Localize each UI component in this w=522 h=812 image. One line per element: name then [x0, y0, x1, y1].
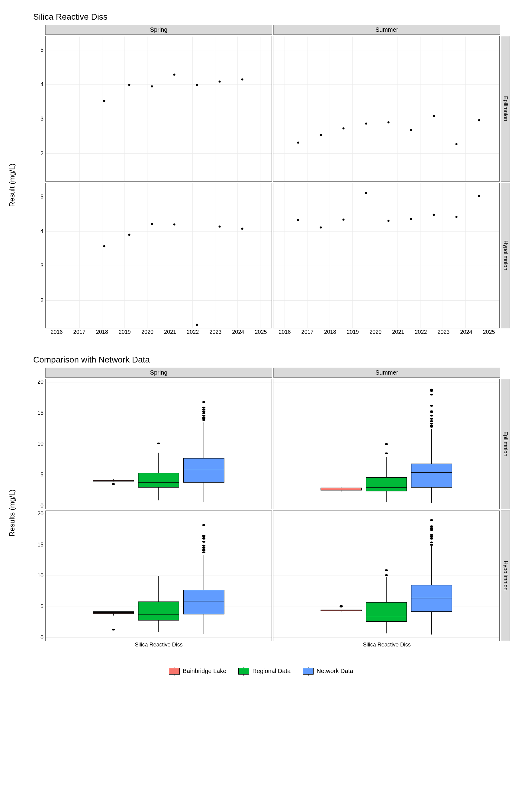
scatter-panel [45, 36, 272, 182]
data-point [103, 100, 105, 102]
legend-item-regional: Regional Data [238, 668, 290, 674]
data-point [218, 80, 221, 82]
svg-point-81 [202, 408, 205, 410]
data-point [410, 218, 412, 220]
svg-point-78 [202, 415, 205, 417]
legend-label: Regional Data [252, 668, 290, 674]
chart1-col-strips: Spring Summer [33, 25, 510, 35]
svg-point-165 [430, 541, 433, 543]
data-point [455, 143, 457, 145]
svg-point-106 [430, 420, 433, 422]
svg-point-114 [430, 389, 433, 391]
chart2-col-strips: Spring Summer [33, 368, 510, 378]
boxplot-panel [45, 510, 272, 641]
data-point [320, 227, 322, 229]
svg-point-136 [202, 546, 205, 548]
col-strip-summer: Summer [274, 25, 500, 35]
chart2-title: Comparison with Network Data [33, 355, 510, 365]
svg-point-167 [430, 536, 433, 538]
scatter-panel [273, 183, 500, 328]
col-strip-spring2: Spring [45, 368, 272, 378]
svg-point-65 [112, 483, 115, 485]
scatter-panel [273, 36, 500, 182]
data-point [410, 129, 412, 131]
svg-point-110 [430, 410, 433, 412]
svg-point-135 [202, 548, 205, 550]
data-point [103, 245, 105, 247]
svg-point-172 [430, 519, 433, 521]
col-strip-spring: Spring [45, 25, 272, 35]
data-point [455, 216, 457, 218]
boxplot-panel [45, 379, 272, 509]
svg-point-141 [202, 535, 205, 536]
svg-point-111 [430, 405, 433, 407]
svg-point-82 [202, 407, 205, 408]
svg-rect-68 [138, 473, 179, 487]
svg-point-139 [202, 538, 205, 540]
svg-rect-127 [138, 602, 179, 620]
row-strip-label: Hypolimnion [502, 561, 509, 591]
row-strip-label: Epilimnion [502, 96, 509, 121]
col-strip-summer2: Summer [274, 368, 500, 378]
data-point [297, 142, 299, 144]
boxplot-panel [273, 379, 500, 509]
data-point [218, 226, 221, 228]
row-strip-label: Hypolimnion [502, 241, 509, 270]
svg-rect-162 [411, 585, 452, 612]
scatter-panel [45, 183, 272, 328]
svg-point-124 [112, 629, 115, 630]
data-point [342, 219, 344, 221]
legend: Bainbridge Lake Regional Data Network Da… [12, 668, 510, 674]
svg-point-108 [430, 415, 433, 417]
svg-point-79 [202, 412, 205, 414]
svg-point-137 [202, 545, 205, 546]
svg-point-169 [430, 529, 433, 531]
data-point [196, 84, 198, 86]
svg-rect-101 [411, 464, 452, 488]
legend-label: Bainbridge Lake [183, 668, 226, 674]
svg-point-158 [385, 574, 388, 576]
boxplot-panel [273, 510, 500, 641]
data-point [320, 134, 322, 136]
data-point [196, 324, 198, 326]
row-strip-label: Epilimnion [502, 431, 509, 456]
svg-point-97 [385, 452, 388, 454]
svg-point-164 [430, 544, 433, 546]
svg-point-112 [430, 393, 433, 395]
svg-rect-95 [366, 478, 407, 491]
chart1-grid: Result (mg/L) Spring Summer 2345Epilimni… [12, 25, 510, 337]
svg-rect-156 [366, 602, 407, 622]
svg-point-107 [430, 418, 433, 420]
svg-point-153 [340, 606, 343, 608]
data-point [433, 214, 435, 216]
svg-point-70 [157, 443, 160, 444]
data-point [174, 74, 176, 76]
svg-point-138 [202, 541, 205, 543]
data-point [128, 84, 130, 86]
svg-rect-131 [183, 590, 224, 614]
legend-item-network: Network Data [303, 668, 353, 674]
svg-point-83 [202, 401, 205, 403]
data-point [297, 219, 299, 221]
data-point [241, 78, 243, 80]
svg-point-98 [385, 443, 388, 445]
svg-point-171 [430, 525, 433, 527]
chart2-grid: Results (mg/L) Spring Summer 05101520Epi… [12, 368, 510, 649]
svg-point-80 [202, 410, 205, 412]
svg-point-105 [430, 423, 433, 424]
data-point [387, 121, 390, 123]
data-point [174, 224, 176, 226]
boxplot-facet-chart: Comparison with Network Data Results (mg… [12, 355, 510, 649]
legend-item-bainbridge: Bainbridge Lake [169, 668, 226, 674]
data-point [365, 123, 367, 125]
svg-point-170 [430, 527, 433, 529]
svg-point-142 [202, 524, 205, 526]
scatter-facet-chart: Silica Reactive Diss Result (mg/L) Sprin… [12, 12, 510, 337]
chart1-title: Silica Reactive Diss [33, 12, 510, 22]
data-point [151, 85, 153, 87]
chart1-ylabel: Result (mg/L) [8, 163, 16, 207]
data-point [128, 234, 130, 236]
data-point [478, 195, 480, 197]
svg-rect-73 [183, 458, 224, 483]
data-point [151, 223, 153, 225]
